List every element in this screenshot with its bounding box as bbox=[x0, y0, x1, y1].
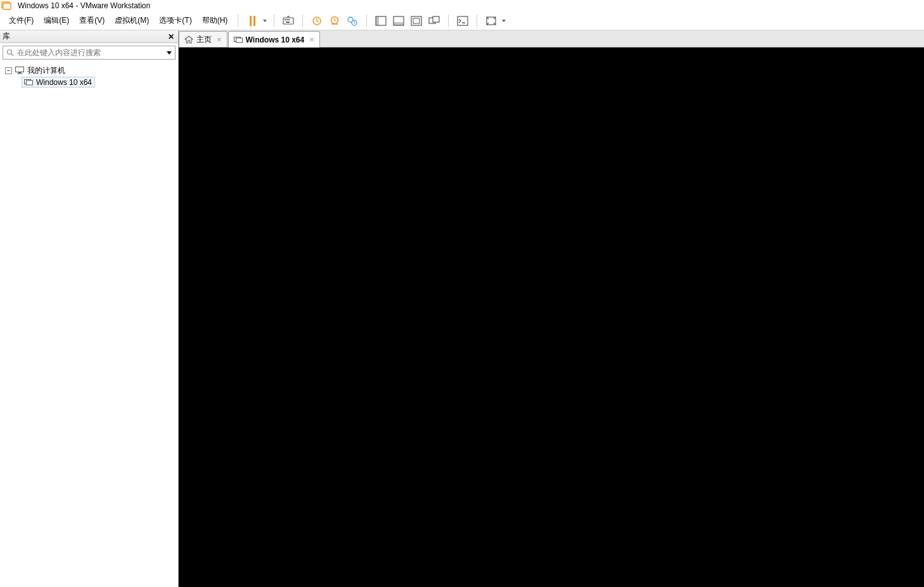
search-icon bbox=[3, 49, 17, 56]
svg-rect-5 bbox=[288, 19, 290, 20]
revert-icon bbox=[329, 16, 340, 26]
snapshot-icon bbox=[311, 16, 323, 26]
unity-icon bbox=[428, 16, 440, 26]
tab-bar: 主页 × Windows 10 x64 × bbox=[179, 30, 924, 48]
pause-icon bbox=[250, 16, 255, 26]
svg-rect-1 bbox=[3, 3, 11, 10]
svg-rect-2 bbox=[283, 18, 293, 24]
tab-close-button[interactable]: × bbox=[215, 35, 222, 44]
svg-rect-3 bbox=[285, 19, 286, 20]
main-area: 库 ✕ − 我的计算机 bbox=[0, 30, 924, 587]
svg-rect-25 bbox=[17, 74, 22, 74]
search-input[interactable] bbox=[17, 48, 164, 57]
menu-help[interactable]: 帮助(H) bbox=[197, 13, 233, 29]
fullscreen-dropdown[interactable] bbox=[500, 12, 508, 30]
window-title: Windows 10 x64 - VMware Workstation bbox=[18, 1, 150, 10]
tree-item-label: Windows 10 x64 bbox=[36, 78, 92, 87]
revert-snapshot-button[interactable] bbox=[326, 12, 343, 30]
tab-close-button[interactable]: × bbox=[307, 35, 314, 44]
fullscreen-icon bbox=[485, 16, 497, 26]
content-area: 主页 × Windows 10 x64 × bbox=[179, 30, 924, 587]
console-icon bbox=[457, 16, 468, 26]
menubar: 文件(F) 编辑(E) 查看(V) 虚拟机(M) 选项卡(T) 帮助(H) bbox=[0, 11, 924, 30]
pause-button[interactable] bbox=[243, 12, 261, 30]
menu-edit[interactable]: 编辑(E) bbox=[39, 13, 74, 29]
show-thumbnail-bar-button[interactable] bbox=[390, 12, 407, 30]
tree-root-label: 我的计算机 bbox=[27, 65, 65, 76]
svg-rect-19 bbox=[458, 16, 468, 25]
svg-rect-4 bbox=[286, 19, 288, 20]
svg-rect-29 bbox=[236, 38, 242, 42]
unity-button[interactable] bbox=[425, 12, 443, 30]
tab-windows-10[interactable]: Windows 10 x64 × bbox=[228, 31, 320, 48]
menu-tabs[interactable]: 选项卡(T) bbox=[154, 13, 196, 29]
titlebar: Windows 10 x64 - VMware Workstation bbox=[0, 0, 924, 11]
console-view-button[interactable] bbox=[454, 12, 472, 30]
fullscreen-button[interactable] bbox=[482, 12, 500, 30]
library-sidebar: 库 ✕ − 我的计算机 bbox=[0, 30, 179, 587]
svg-line-22 bbox=[11, 54, 13, 56]
menu-view[interactable]: 查看(V) bbox=[74, 13, 110, 29]
monitor-icon bbox=[15, 66, 25, 75]
manage-snapshots-icon bbox=[347, 16, 358, 26]
show-sidebar-button[interactable] bbox=[372, 12, 390, 30]
bottom-layout-icon bbox=[393, 16, 404, 26]
svg-rect-6 bbox=[286, 22, 290, 23]
menu-file[interactable]: 文件(F) bbox=[4, 13, 39, 29]
svg-rect-24 bbox=[18, 72, 21, 74]
snapshot-button[interactable] bbox=[308, 12, 326, 30]
vm-display-area[interactable] bbox=[179, 48, 924, 587]
separator bbox=[366, 15, 367, 27]
sidebar-title: 库 bbox=[3, 31, 10, 42]
tab-home[interactable]: 主页 × bbox=[179, 31, 228, 47]
send-keys-icon bbox=[283, 16, 294, 26]
stretch-icon bbox=[411, 16, 422, 26]
vm-icon bbox=[23, 78, 34, 87]
svg-rect-27 bbox=[27, 81, 33, 85]
svg-rect-23 bbox=[16, 67, 24, 72]
tree-collapse-toggle[interactable]: − bbox=[5, 67, 12, 74]
power-dropdown[interactable] bbox=[261, 12, 269, 30]
separator bbox=[448, 15, 449, 27]
separator bbox=[274, 15, 274, 27]
menu-vm[interactable]: 虚拟机(M) bbox=[110, 13, 154, 29]
vm-tab-icon bbox=[234, 35, 243, 44]
manage-snapshots-button[interactable] bbox=[343, 12, 361, 30]
sidebar-layout-icon bbox=[375, 16, 387, 26]
stretch-guest-button[interactable] bbox=[407, 12, 425, 30]
send-ctrl-alt-del-button[interactable] bbox=[279, 12, 297, 30]
tab-label: 主页 bbox=[196, 34, 212, 45]
tree-item-windows-10[interactable]: Windows 10 x64 bbox=[22, 77, 95, 87]
home-icon bbox=[184, 35, 193, 44]
tree-children: Windows 10 x64 bbox=[1, 76, 177, 88]
svg-rect-18 bbox=[433, 16, 439, 22]
search-dropdown-button[interactable] bbox=[164, 51, 175, 55]
svg-point-21 bbox=[8, 50, 12, 55]
separator bbox=[238, 15, 238, 27]
svg-rect-12 bbox=[376, 16, 379, 25]
svg-rect-15 bbox=[411, 16, 421, 25]
separator bbox=[477, 15, 477, 27]
svg-rect-14 bbox=[394, 22, 404, 25]
tab-label: Windows 10 x64 bbox=[246, 35, 305, 44]
svg-rect-16 bbox=[413, 18, 420, 23]
search-box[interactable] bbox=[3, 46, 176, 60]
separator bbox=[302, 15, 303, 27]
app-icon bbox=[1, 1, 11, 10]
tree-root-my-computer[interactable]: − 我的计算机 bbox=[1, 65, 177, 76]
sidebar-header: 库 ✕ bbox=[0, 30, 178, 43]
sidebar-close-button[interactable]: ✕ bbox=[167, 32, 176, 41]
search-container bbox=[0, 43, 178, 62]
vm-tree: − 我的计算机 Windows 10 x64 bbox=[0, 62, 178, 587]
